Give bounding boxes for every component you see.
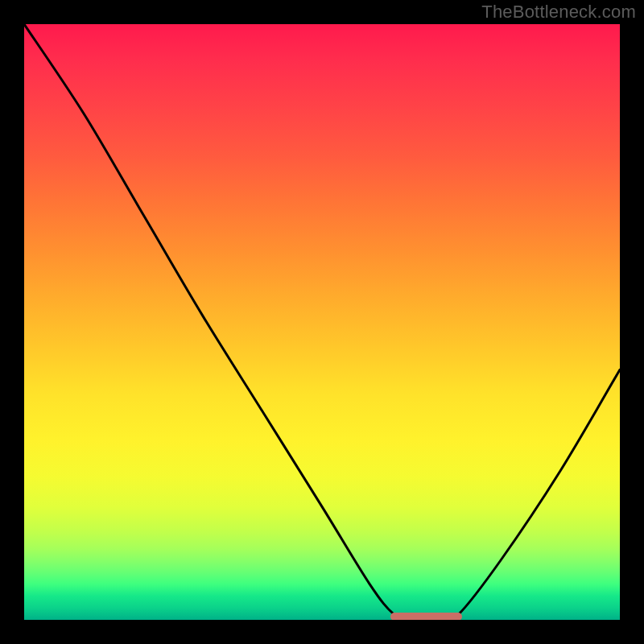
watermark-text: TheBottleneck.com [481, 2, 636, 23]
optimal-range-marker [390, 613, 462, 620]
chart-frame: TheBottleneck.com [0, 0, 644, 644]
plot-area [24, 24, 620, 620]
bottleneck-curve-svg [24, 24, 620, 620]
bottleneck-curve [24, 24, 620, 620]
